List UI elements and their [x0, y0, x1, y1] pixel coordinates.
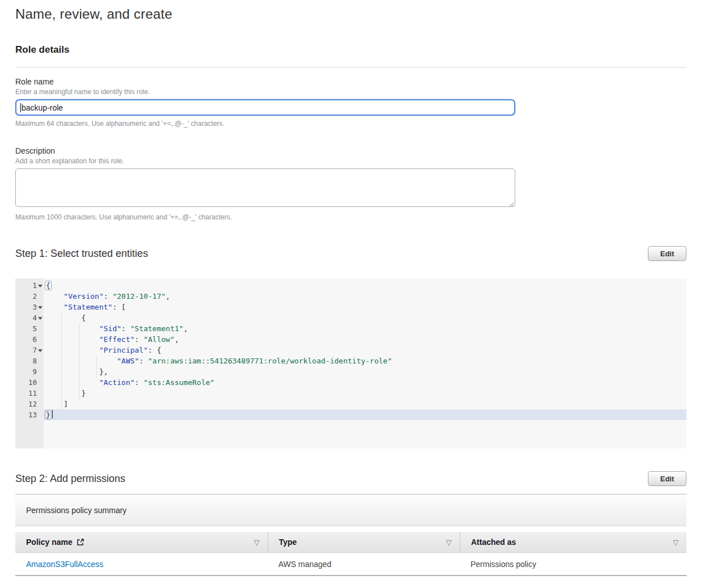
- line-number: 6: [15, 334, 44, 345]
- line-number: 5: [15, 323, 44, 334]
- attached-as-cell: Permissions policy: [460, 560, 686, 569]
- fold-toggle-icon[interactable]: [37, 345, 44, 356]
- filter-triangle-icon[interactable]: ▽: [254, 539, 260, 546]
- role-name-field: Role name Enter a meaningful name to ide…: [15, 77, 686, 128]
- policy-name-link[interactable]: AmazonS3FullAccess: [26, 560, 103, 569]
- code-line: ]: [44, 399, 686, 409]
- role-name-label: Role name: [15, 77, 686, 86]
- line-number: 7: [15, 345, 44, 356]
- fold-toggle-icon[interactable]: [37, 302, 44, 312]
- policy-type-cell: AWS managed: [268, 560, 460, 569]
- step1-heading: Step 1: Select trusted entities: [15, 248, 148, 260]
- external-link-icon: [77, 538, 84, 546]
- table-row: AmazonS3FullAccess AWS managed Permissio…: [15, 553, 686, 576]
- column-header-policy-name[interactable]: Policy name ▽: [15, 532, 268, 552]
- step1-edit-button[interactable]: Edit: [648, 246, 686, 261]
- section-divider: [15, 67, 686, 67]
- page-title: Name, review, and create: [15, 6, 686, 22]
- step1-header: Step 1: Select trusted entities Edit: [15, 246, 686, 261]
- filter-triangle-icon[interactable]: ▽: [446, 539, 452, 546]
- description-field: Description Add a short explanation for …: [15, 146, 686, 221]
- code-line: "Action": "sts:AssumeRole": [44, 377, 686, 388]
- code-line: {: [44, 312, 686, 323]
- line-number: 2: [15, 291, 44, 302]
- policy-table-header: Policy name ▽ Type ▽ Attached as ▽: [15, 532, 686, 553]
- role-name-help: Enter a meaningful name to identify this…: [15, 88, 686, 96]
- role-name-constraint: Maximum 64 characters. Use alphanumeric …: [15, 120, 686, 128]
- line-number: 8: [15, 356, 44, 366]
- line-number: 13: [15, 409, 44, 420]
- description-textarea[interactable]: [15, 168, 515, 207]
- column-label: Type: [279, 538, 297, 547]
- code-line: }: [44, 388, 686, 399]
- line-number: 1: [15, 280, 44, 291]
- fold-toggle-icon[interactable]: [37, 280, 44, 291]
- panel-spacer: [15, 526, 686, 532]
- line-number: 10: [15, 377, 44, 388]
- line-number: 9: [15, 366, 44, 377]
- code-line: {: [44, 280, 686, 291]
- column-header-type[interactable]: Type ▽: [268, 532, 460, 552]
- line-number: 3: [15, 302, 44, 312]
- description-constraint: Maximum 1000 characters. Use alphanumeri…: [15, 213, 686, 221]
- code-line: "Principal": {: [44, 345, 686, 356]
- text-cursor: [20, 103, 21, 112]
- fold-toggle-icon[interactable]: [37, 312, 44, 323]
- filter-triangle-icon[interactable]: ▽: [673, 539, 678, 546]
- line-number: 11: [15, 388, 44, 399]
- code-line: "AWS": "arn:aws:iam::541263489771:role/w…: [44, 356, 686, 366]
- description-help: Add a short explanation for this role.: [15, 157, 686, 165]
- resize-grip-icon[interactable]: [508, 201, 514, 208]
- editor-gutter: 12345678910111213: [15, 278, 44, 449]
- code-line: "Version": "2012-10-17",: [44, 291, 686, 302]
- code-line: }: [44, 409, 686, 420]
- step2-edit-button[interactable]: Edit: [648, 471, 686, 486]
- role-details-heading: Role details: [15, 44, 686, 56]
- step2-header: Step 2: Add permissions Edit: [15, 471, 686, 486]
- column-label: Attached as: [471, 538, 516, 547]
- column-header-attached-as[interactable]: Attached as ▽: [460, 532, 686, 552]
- editor-code[interactable]: { "Version": "2012-10-17", "Statement": …: [44, 278, 686, 449]
- code-line: "Effect": "Allow",: [44, 334, 686, 345]
- step2-heading: Step 2: Add permissions: [15, 473, 125, 485]
- editor-cursor: [52, 410, 53, 418]
- line-number: 12: [15, 399, 44, 409]
- trust-policy-editor[interactable]: 12345678910111213 { "Version": "2012-10-…: [15, 278, 686, 449]
- code-line: "Statement": [: [44, 302, 686, 312]
- permissions-summary-panel: Permissions policy summary Policy name ▽…: [15, 494, 686, 576]
- role-name-input[interactable]: [15, 99, 515, 116]
- line-number: 4: [15, 312, 44, 323]
- description-label: Description: [15, 146, 686, 155]
- permissions-panel-title: Permissions policy summary: [15, 494, 686, 526]
- page: Name, review, and create Role details Ro…: [0, 0, 704, 576]
- code-line: },: [44, 366, 686, 377]
- column-label: Policy name: [26, 538, 73, 547]
- code-line: "Sid": "Statement1",: [44, 323, 686, 334]
